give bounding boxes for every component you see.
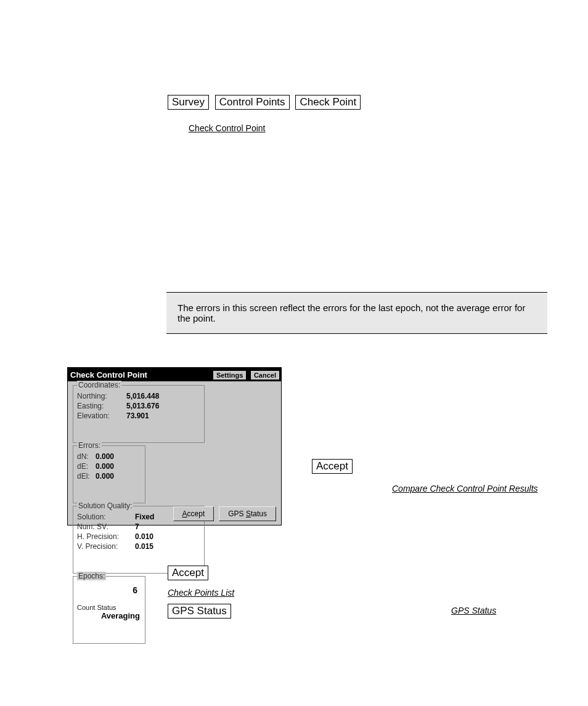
coordinates-legend: Coordinates: xyxy=(77,381,121,389)
epochs-legend: Epochs: xyxy=(77,572,106,580)
check-control-point-link[interactable]: Check Control Point xyxy=(189,123,266,133)
count-status-label: Count Status xyxy=(77,604,141,611)
accept-button[interactable]: Accept xyxy=(168,566,208,580)
h-precision-label: H. Precision: xyxy=(77,532,135,541)
dn-label: dN: xyxy=(77,452,96,461)
dn-value: 0.000 xyxy=(96,452,114,461)
epochs-fieldset: Epochs: 6 Count Status Averaging xyxy=(73,576,145,644)
elevation-label: Elevation: xyxy=(77,412,126,420)
dialog-cancel-button[interactable]: Cancel xyxy=(250,370,280,380)
errors-legend: Errors: xyxy=(77,441,102,450)
easting-value: 5,013.676 xyxy=(126,402,159,410)
elevation-value: 73.901 xyxy=(126,412,149,420)
accept-button-inline[interactable]: Accept xyxy=(312,459,353,474)
gps-status-button[interactable]: GPS Status xyxy=(168,604,231,619)
errors-fieldset: Errors: dN:0.000 dE:0.000 dEl:0.000 xyxy=(73,445,145,503)
num-sv-label: Num. SV: xyxy=(77,522,135,531)
coordinates-fieldset: Coordinates: Northing:5,016.448 Easting:… xyxy=(73,385,205,443)
dialog-settings-button[interactable]: Settings xyxy=(213,370,247,380)
note-box: The errors in this screen reflect the er… xyxy=(166,292,547,334)
northing-label: Northing: xyxy=(77,392,126,400)
v-precision-value: 0.015 xyxy=(135,542,153,551)
del-label: dEl: xyxy=(77,472,96,481)
northing-value: 5,016.448 xyxy=(126,392,159,400)
h-precision-value: 0.010 xyxy=(135,532,153,541)
survey-button[interactable]: Survey xyxy=(168,95,209,110)
check-point-button[interactable]: Check Point xyxy=(295,95,361,110)
count-status-value: Averaging xyxy=(77,611,141,620)
de-value: 0.000 xyxy=(96,462,114,471)
de-label: dE: xyxy=(77,462,96,471)
check-control-point-dialog: Check Control Point Settings Cancel Coor… xyxy=(67,367,282,525)
dialog-title: Check Control Point xyxy=(70,370,147,379)
dialog-titlebar: Check Control Point Settings Cancel xyxy=(68,368,281,381)
dialog-accept-button[interactable]: Accept xyxy=(173,506,214,521)
dialog-gps-status-button[interactable]: GPS Status xyxy=(219,506,276,521)
solution-quality-legend: Solution Quality: xyxy=(77,501,133,510)
control-points-button[interactable]: Control Points xyxy=(215,95,290,110)
compare-check-control-point-results-link[interactable]: Compare Check Control Point Results xyxy=(392,484,538,493)
easting-label: Easting: xyxy=(77,402,126,410)
check-points-list-link[interactable]: Check Points List xyxy=(168,588,234,598)
num-sv-value: 7 xyxy=(135,522,139,531)
gps-status-link[interactable]: GPS Status xyxy=(451,606,496,615)
solution-label: Solution: xyxy=(77,513,135,521)
v-precision-label: V. Precision: xyxy=(77,542,135,551)
del-value: 0.000 xyxy=(96,472,114,481)
solution-value: Fixed xyxy=(135,513,154,521)
epochs-value: 6 xyxy=(77,585,141,595)
note-text: The errors in this screen reflect the er… xyxy=(178,302,525,323)
